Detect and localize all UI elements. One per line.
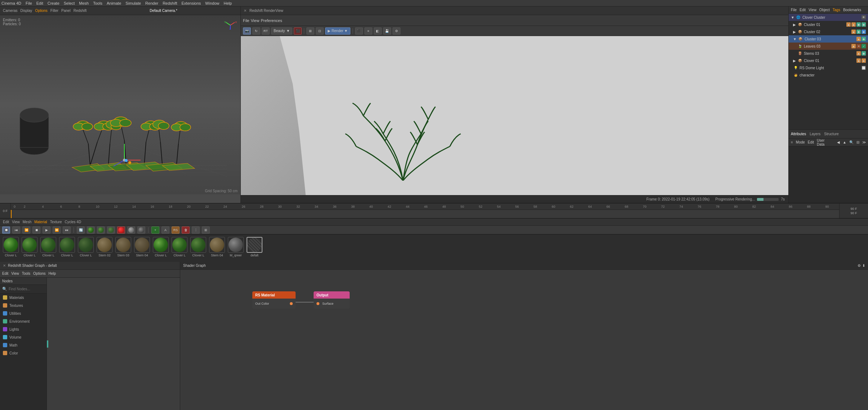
node-cat-utilities[interactable]: Utilities bbox=[0, 309, 46, 317]
mat-add-btn[interactable]: + bbox=[151, 226, 159, 234]
tab-structure[interactable]: Structure bbox=[824, 132, 839, 136]
tab-attributes[interactable]: Attributes bbox=[791, 132, 806, 136]
node-cat-math[interactable]: Math bbox=[0, 341, 46, 349]
mat-tool-grid[interactable]: ⊞ bbox=[202, 226, 210, 234]
mat-view-menu[interactable]: View bbox=[12, 220, 20, 224]
attr-nav-search[interactable]: 🔍 bbox=[849, 140, 854, 144]
menu-item-create[interactable]: Create bbox=[48, 1, 59, 5]
mat-tool-loop[interactable]: 🔄 bbox=[77, 226, 85, 234]
viewport-canvas[interactable]: Emitters: 0 Particles: 0 X Y Z bbox=[0, 15, 240, 194]
sg-download-icon[interactable]: ⬇ bbox=[862, 264, 865, 268]
outliner-tags[interactable]: Tags bbox=[833, 8, 840, 12]
mat-edit-menu[interactable]: Edit bbox=[3, 220, 9, 224]
outliner-item-clover01[interactable]: ▶ 📦 Clover 01 ▲ ▲ bbox=[789, 57, 868, 64]
mat-tool-prev[interactable]: ⏮ bbox=[12, 226, 20, 234]
node-cat-materials[interactable]: Materials bbox=[0, 294, 46, 301]
mat-item-clover5[interactable]: Clover L bbox=[77, 237, 94, 260]
mat-tool-back[interactable]: ⏪ bbox=[22, 226, 30, 234]
shader-workspace[interactable]: RS Material Out Color bbox=[180, 270, 868, 410]
sg-tools[interactable]: Tools bbox=[22, 272, 30, 275]
menu-item-redshift[interactable]: Redshift bbox=[163, 1, 177, 5]
render-stop-btn[interactable]: ⬛ bbox=[294, 27, 302, 35]
menu-item-cinema4d[interactable]: Cinema 4D bbox=[1, 1, 21, 5]
render-camera-btn[interactable]: 📷 bbox=[243, 27, 251, 35]
mat-tool-play[interactable]: ▶ bbox=[43, 226, 50, 234]
render-rt-btn[interactable]: RT bbox=[262, 27, 270, 35]
menu-item-extensions[interactable]: Extensions bbox=[182, 1, 201, 5]
node-cat-volume[interactable]: Volume bbox=[0, 333, 46, 341]
sg-view[interactable]: View bbox=[11, 272, 19, 275]
outliner-bookmarks[interactable]: Bookmarks bbox=[843, 8, 861, 12]
render-prefs-menu[interactable]: Preferences bbox=[261, 18, 282, 23]
mat-tool-1[interactable]: 🔲 bbox=[2, 226, 10, 234]
attr-mode[interactable]: Mode bbox=[796, 140, 805, 144]
mat-tool-a[interactable]: A bbox=[161, 226, 169, 234]
mat-item-stem03[interactable]: Stem 03 bbox=[115, 237, 132, 260]
attr-nav-filter[interactable]: ⊟ bbox=[856, 140, 859, 144]
outliner-item-clover-cluster[interactable]: ▼ 🌐 Clover Cluster 👁 bbox=[789, 14, 868, 21]
viewport-panel[interactable]: Panel bbox=[61, 9, 71, 13]
mat-item-stem04b[interactable]: Stem 04 bbox=[208, 237, 226, 260]
mat-item-mqreer[interactable]: M_qreer bbox=[227, 237, 244, 260]
tab-layers[interactable]: Layers bbox=[810, 132, 820, 136]
mat-tool-stop[interactable]: ⏹ bbox=[32, 226, 40, 234]
node-cat-textures[interactable]: Textures bbox=[0, 301, 46, 309]
node-cat-color[interactable]: Color bbox=[0, 349, 46, 357]
viewport-options[interactable]: Options bbox=[35, 9, 47, 13]
outliner-view[interactable]: View bbox=[809, 8, 816, 12]
mat-item-clover1[interactable]: Clover L bbox=[2, 237, 19, 260]
node-cat-lights[interactable]: Lights bbox=[0, 325, 46, 333]
sg-help[interactable]: Help bbox=[49, 272, 56, 275]
menu-item-help[interactable]: Help bbox=[223, 1, 232, 5]
render-btn[interactable]: ▶ Render ▼ bbox=[325, 27, 350, 35]
mat-material-menu[interactable]: Material bbox=[34, 220, 47, 224]
mat-preview-5[interactable] bbox=[127, 226, 135, 234]
mat-item-clover4[interactable]: Clover L bbox=[58, 237, 76, 260]
outliner-item-cluster02[interactable]: ▶ 📦 Cluster 02 ▲ ◆ ◆ bbox=[789, 28, 868, 35]
sg-close[interactable]: ✕ bbox=[3, 264, 6, 268]
attr-userdata[interactable]: User Data bbox=[817, 138, 831, 146]
attr-nav-up[interactable]: ▲ bbox=[843, 140, 846, 144]
mat-tool-next[interactable]: ⏭ bbox=[63, 226, 71, 234]
outliner-item-cluster03[interactable]: ▼ 📦 Cluster 03 ▲ ◆ bbox=[789, 35, 868, 43]
viewport-display[interactable]: Display bbox=[21, 9, 32, 13]
menu-item-render[interactable]: Render bbox=[145, 1, 158, 5]
mat-item-clover2[interactable]: Clover L bbox=[21, 237, 38, 260]
mat-preview-3[interactable] bbox=[107, 226, 115, 234]
outliner-item-leaves03[interactable]: 🍃 Leaves 03 ▲ ✕ ✓ bbox=[789, 43, 868, 50]
mat-preview-6[interactable] bbox=[137, 226, 145, 234]
attr-nav-more[interactable]: ≫ bbox=[862, 140, 866, 144]
mat-tool-more[interactable]: ⋮ bbox=[192, 226, 200, 234]
viewport-cameras[interactable]: Cameras bbox=[3, 9, 18, 13]
mat-item-clover3[interactable]: Clover L bbox=[40, 237, 57, 260]
mat-item-defalt[interactable]: defalt bbox=[246, 237, 263, 260]
node-cat-environment[interactable]: Environment bbox=[0, 317, 46, 325]
outliner-item-character[interactable]: 🧑 character bbox=[789, 71, 868, 79]
mat-mesh-menu[interactable]: Mesh bbox=[23, 220, 31, 224]
mat-cycles-menu[interactable]: Cycles 4D bbox=[65, 220, 81, 224]
sg-settings-icon[interactable]: ⚙ bbox=[858, 264, 861, 268]
timeline-track[interactable]: 0 2 4 6 8 10 12 14 16 18 20 22 24 26 28 … bbox=[11, 203, 839, 218]
attr-edit[interactable]: Edit bbox=[808, 140, 814, 144]
mat-item-clover8[interactable]: Clover L bbox=[190, 237, 207, 260]
menu-item-mesh[interactable]: Mesh bbox=[79, 1, 89, 5]
outliner-item-cluster01[interactable]: ▶ 📦 Cluster 01 ▲ ▲ ◆ ◆ bbox=[789, 21, 868, 28]
render-clamp-btn[interactable]: ≡ bbox=[364, 27, 372, 35]
menu-item-edit[interactable]: Edit bbox=[36, 1, 43, 5]
menu-item-select[interactable]: Select bbox=[64, 1, 75, 5]
attr-nav-back[interactable]: ◀ bbox=[837, 140, 840, 144]
mat-preview-1[interactable] bbox=[87, 226, 95, 234]
viewport-filter[interactable]: Filter bbox=[50, 9, 58, 13]
vis-icon[interactable]: 👁 bbox=[862, 15, 866, 19]
shader-graph-canvas[interactable] bbox=[47, 278, 180, 410]
mat-preview-4[interactable] bbox=[117, 226, 125, 234]
render-file-menu[interactable]: File bbox=[243, 18, 249, 23]
mat-tool-forward[interactable]: ⏩ bbox=[53, 226, 61, 234]
timeline-bar[interactable] bbox=[11, 210, 839, 218]
mat-preview-2[interactable] bbox=[97, 226, 105, 234]
outliner-item-stems03[interactable]: 🪵 Stems 03 ▲ ◆ bbox=[789, 50, 868, 57]
render-refresh-btn[interactable]: ↻ bbox=[252, 27, 260, 35]
menu-item-simulate[interactable]: Simulate bbox=[125, 1, 141, 5]
render-beauty-dropdown[interactable]: Beauty ▼ bbox=[271, 27, 292, 35]
menu-item-animate[interactable]: Animate bbox=[107, 1, 121, 5]
